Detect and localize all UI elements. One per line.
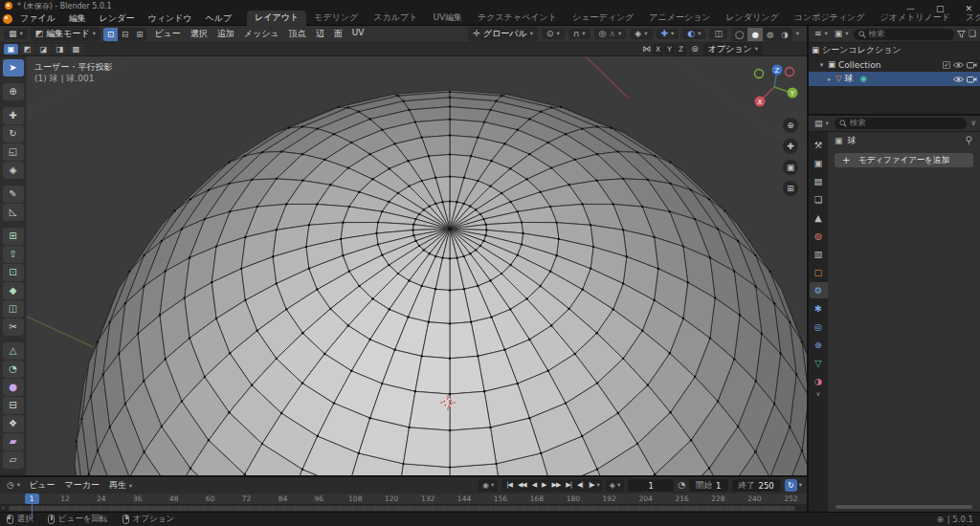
tool-edge-slide[interactable]: ⊟ bbox=[3, 397, 24, 414]
tool-cursor[interactable]: ⊕ bbox=[3, 83, 24, 100]
horizontal-scrollbar[interactable] bbox=[835, 505, 972, 509]
add-modifier-button[interactable]: + モディファイアーを追加 bbox=[835, 153, 973, 167]
outliner-editor-selector[interactable]: ≡ ▾ bbox=[813, 29, 830, 39]
viewport-canvas[interactable] bbox=[0, 56, 807, 475]
viewport-menu-select[interactable]: 選択 bbox=[186, 28, 212, 40]
proportional-editing-toggle[interactable]: ◎ ∧ ▾ bbox=[594, 29, 627, 39]
timeline-menu-view[interactable]: ビュー bbox=[24, 479, 59, 492]
edge-select-button[interactable]: ⊟ bbox=[118, 28, 132, 41]
hide-eye-icon[interactable] bbox=[953, 61, 964, 69]
grid-ortho-icon[interactable]: ⊞ bbox=[783, 181, 798, 196]
properties-tab-output[interactable]: ▤ bbox=[810, 173, 828, 189]
playback-sync-dropdown[interactable]: ↻ ▾ bbox=[785, 479, 802, 492]
new-collection-icon[interactable]: ❏ bbox=[969, 30, 976, 38]
tool-annotate[interactable]: ✎ bbox=[3, 186, 24, 203]
timeline-editor-selector[interactable]: ◷ ▾ bbox=[5, 480, 22, 491]
auto-keying-toggle[interactable]: ◉ ▾ bbox=[479, 479, 498, 492]
tool-loop-cut[interactable]: ◫ bbox=[3, 300, 24, 318]
frame-end-field[interactable]: 終了 250 bbox=[732, 479, 781, 492]
properties-tab-physics[interactable]: ◎ bbox=[810, 318, 828, 335]
properties-tab-material[interactable]: ◑ bbox=[810, 373, 828, 389]
properties-search-input[interactable]: 検索 bbox=[835, 118, 967, 129]
pivot-point-selector[interactable]: ⊙ ▾ bbox=[542, 29, 565, 39]
workspace-tab-rendering[interactable]: レンダリング bbox=[719, 11, 787, 26]
properties-tab-collection[interactable]: ▥ bbox=[810, 246, 828, 262]
properties-tab-particles[interactable]: ✱ bbox=[810, 300, 828, 317]
viewport-menu-uv[interactable]: UV bbox=[347, 28, 369, 40]
minimize-button[interactable]: — bbox=[906, 4, 915, 13]
playhead[interactable]: 1 bbox=[25, 493, 39, 504]
timeline-menu-playback[interactable]: 再生 ▾ bbox=[104, 479, 137, 492]
tabs-overflow-chevron-icon[interactable]: ∨ bbox=[816, 391, 821, 398]
blender-menu-icon[interactable] bbox=[3, 14, 12, 24]
select-mode-intersect-button[interactable]: ▩ bbox=[69, 44, 83, 55]
timeline-ruler[interactable]: 1224364860728496108120132144156168180192… bbox=[0, 493, 807, 505]
frame-forward-button[interactable]: |▶ bbox=[586, 482, 597, 489]
transform-orientation-selector[interactable]: ✛ グローバル ▾ bbox=[468, 27, 538, 41]
workspace-tab-uv-editing[interactable]: UV編集 bbox=[425, 11, 470, 26]
shading-wireframe-button[interactable]: ◯ bbox=[731, 28, 748, 41]
select-mode-new-button[interactable]: ▣ bbox=[4, 44, 18, 55]
timeline-menu-marker[interactable]: マーカー bbox=[60, 479, 104, 492]
prev-keyframe-button[interactable]: ◀◀ bbox=[515, 482, 529, 489]
mirror-x-button[interactable]: X bbox=[653, 44, 663, 55]
tool-shrink-fatten[interactable]: ❖ bbox=[3, 415, 24, 432]
properties-tab-view-layer[interactable]: ❏ bbox=[810, 191, 828, 208]
camera-view-icon[interactable]: ▣ bbox=[783, 160, 798, 175]
pan-icon[interactable]: ✚ bbox=[783, 139, 798, 154]
properties-tab-object[interactable]: ▢ bbox=[810, 264, 828, 280]
editor-type-selector[interactable]: ▦ ▾ bbox=[4, 29, 28, 39]
axis-z-ball[interactable]: Z bbox=[772, 65, 783, 76]
tool-extrude-region[interactable]: ⇧ bbox=[3, 246, 24, 263]
outliner-row-scene-collection[interactable]: ▣ シーンコレクション bbox=[809, 43, 980, 57]
outliner-display-mode[interactable]: ▣ ▾ bbox=[833, 29, 851, 39]
properties-tab-world[interactable]: ◍ bbox=[810, 228, 828, 244]
disable-render-camera-icon[interactable] bbox=[967, 61, 977, 69]
navigation-gizmo[interactable]: Z Y X bbox=[751, 60, 801, 110]
xray-toggle[interactable]: ◫ bbox=[709, 29, 727, 39]
properties-tab-render[interactable]: ▣ bbox=[810, 155, 828, 171]
tool-measure[interactable]: ◺ bbox=[3, 204, 24, 221]
shading-solid-button[interactable]: ● bbox=[747, 28, 762, 41]
expand-channels-icon[interactable]: › bbox=[2, 504, 5, 512]
viewport-menu-add[interactable]: 追加 bbox=[212, 28, 239, 40]
select-mode-extend-button[interactable]: ◩ bbox=[20, 44, 34, 55]
keying-set-dropdown[interactable]: ◈ ▾ bbox=[606, 479, 624, 492]
chevron-down-icon[interactable]: ∨ bbox=[970, 120, 976, 127]
tool-bevel[interactable]: ◆ bbox=[3, 282, 24, 299]
viewport-menu-vertex[interactable]: 頂点 bbox=[284, 28, 311, 40]
filter-funnel-icon[interactable] bbox=[957, 31, 966, 38]
sphere-mesh[interactable] bbox=[75, 90, 807, 475]
menu-file[interactable]: ファイル bbox=[13, 12, 62, 25]
tool-spin[interactable]: ◔ bbox=[3, 361, 24, 378]
current-frame-field[interactable]: 1 bbox=[628, 479, 674, 492]
tool-select-box[interactable]: ➤ bbox=[3, 59, 24, 77]
workspace-tab-shading[interactable]: シェーディング bbox=[565, 11, 641, 26]
play-reverse-button[interactable]: ◀ bbox=[529, 482, 539, 489]
workspace-tab-compositing[interactable]: コンポジティング bbox=[787, 11, 873, 26]
viewport-menu-face[interactable]: 面 bbox=[329, 28, 347, 40]
maximize-button[interactable]: □ bbox=[936, 4, 945, 13]
axis-x-ball[interactable]: X bbox=[755, 97, 766, 107]
tool-scale[interactable]: ◱ bbox=[3, 143, 24, 161]
menu-render[interactable]: レンダー bbox=[93, 12, 142, 25]
select-mode-subtract-button[interactable]: ◪ bbox=[36, 44, 51, 55]
tool-rip-region[interactable]: ▱ bbox=[3, 451, 24, 469]
mode-selector[interactable]: ◩ 編集モード ▾ bbox=[31, 27, 100, 41]
jump-end-button[interactable]: ▶| bbox=[563, 482, 574, 489]
shading-rendered-button[interactable]: ◑ bbox=[777, 28, 791, 41]
axis-neg-y-ball[interactable] bbox=[755, 70, 764, 78]
tool-transform[interactable]: ◈ bbox=[3, 162, 24, 179]
outliner-row-collection[interactable]: ▾ ▣ Collection ✓ bbox=[809, 57, 980, 72]
zoom-icon[interactable]: ⊕ bbox=[783, 118, 798, 133]
axis-neg-x-ball[interactable] bbox=[786, 68, 794, 77]
next-keyframe-button[interactable]: ▶▶ bbox=[549, 482, 564, 489]
viewport-menu-edge[interactable]: 辺 bbox=[311, 28, 329, 40]
properties-tab-constraints[interactable]: ⊛ bbox=[810, 337, 828, 353]
options-dropdown[interactable]: オプション ▾ bbox=[703, 42, 763, 56]
jump-start-button[interactable]: |◀ bbox=[503, 482, 515, 489]
snap-target-icon[interactable]: ⊚ bbox=[691, 45, 699, 54]
workspace-tab-modeling[interactable]: モデリング bbox=[306, 11, 366, 26]
tool-rotate[interactable]: ↻ bbox=[3, 125, 24, 142]
snap-selector[interactable]: ∩ ▾ bbox=[568, 29, 590, 39]
